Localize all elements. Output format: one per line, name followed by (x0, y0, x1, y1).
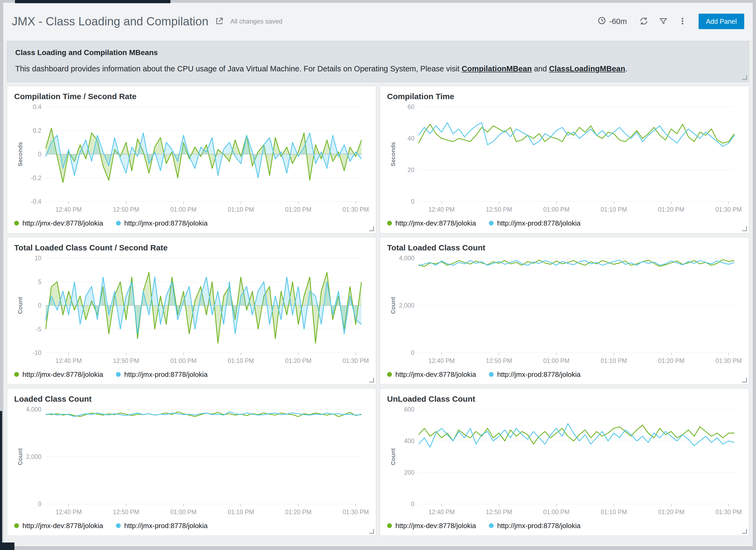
svg-text:01:10 PM: 01:10 PM (601, 206, 627, 213)
legend-item-prod[interactable]: http://jmx-prod:8778/jolokia (489, 219, 580, 227)
legend-item-dev[interactable]: http://jmx-dev:8778/jolokia (387, 371, 476, 379)
series-color-dot (116, 523, 121, 528)
series-color-dot (14, 372, 19, 377)
legend-item-prod[interactable]: http://jmx-prod:8778/jolokia (116, 522, 208, 530)
svg-text:12:40 PM: 12:40 PM (56, 357, 82, 364)
svg-text:0: 0 (38, 302, 41, 309)
svg-text:01:30 PM: 01:30 PM (715, 509, 742, 516)
svg-text:600: 600 (404, 406, 414, 413)
legend-item-dev[interactable]: http://jmx-dev:8778/jolokia (387, 219, 476, 227)
panel-title: Total Loaded Class Count / Second Rate (14, 243, 369, 252)
chart-legend: http://jmx-dev:8778/jolokia http://jmx-p… (14, 367, 369, 382)
svg-text:5: 5 (38, 279, 41, 286)
line-chart[interactable]: -10-5051012:40 PM12:50 PM01:00 PM01:10 P… (14, 253, 369, 367)
filter-funnel-icon (659, 17, 668, 26)
svg-text:400: 400 (404, 438, 414, 445)
resize-handle[interactable] (742, 529, 747, 534)
svg-text:Seconds: Seconds (17, 142, 24, 166)
svg-text:01:00 PM: 01:00 PM (543, 206, 570, 213)
line-chart[interactable]: -0.4-0.200.20.412:40 PM12:50 PM01:00 PM0… (14, 102, 369, 216)
banner-heading: Class Loading and Compilation MBeans (15, 48, 741, 57)
svg-text:01:10 PM: 01:10 PM (228, 206, 254, 213)
panel-total-loaded-rate: Total Loaded Class Count / Second Rate -… (7, 237, 376, 385)
filter-button[interactable] (659, 17, 668, 26)
svg-text:12:50 PM: 12:50 PM (113, 357, 139, 364)
svg-text:01:20 PM: 01:20 PM (658, 509, 684, 516)
more-options-button[interactable] (678, 17, 687, 26)
svg-text:12:40 PM: 12:40 PM (428, 357, 455, 364)
refresh-button[interactable] (639, 17, 648, 26)
resize-handle[interactable] (369, 529, 374, 534)
line-chart[interactable]: 020406012:40 PM12:50 PM01:00 PM01:10 PM0… (387, 102, 742, 216)
banner-text-after: . (625, 64, 627, 73)
series-color-dot (387, 523, 392, 528)
line-chart[interactable]: 02,0004,00012:40 PM12:50 PM01:00 PM01:10… (14, 405, 369, 518)
series-color-dot (387, 372, 392, 377)
svg-text:12:50 PM: 12:50 PM (113, 509, 139, 516)
svg-text:01:20 PM: 01:20 PM (658, 357, 684, 364)
chart-legend: http://jmx-dev:8778/jolokia http://jmx-p… (14, 518, 369, 533)
panel-compilation-time: Compilation Time 020406012:40 PM12:50 PM… (380, 86, 749, 233)
refresh-icon (639, 17, 648, 26)
svg-text:2,000: 2,000 (399, 302, 414, 309)
series-color-dot (116, 221, 121, 225)
legend-item-dev[interactable]: http://jmx-dev:8778/jolokia (14, 219, 103, 227)
app-edge-artifact-bottom (0, 543, 14, 550)
legend-item-dev[interactable]: http://jmx-dev:8778/jolokia (14, 522, 103, 530)
svg-text:01:30 PM: 01:30 PM (715, 206, 742, 213)
share-dashboard-button[interactable] (215, 17, 224, 26)
svg-text:01:30 PM: 01:30 PM (715, 357, 742, 364)
svg-text:4,000: 4,000 (399, 255, 414, 261)
svg-text:Count: Count (390, 297, 396, 314)
svg-text:0.2: 0.2 (33, 127, 41, 134)
panel-total-loaded: Total Loaded Class Count 02,0004,00012:4… (380, 237, 749, 385)
legend-item-prod[interactable]: http://jmx-prod:8778/jolokia (489, 522, 580, 530)
svg-text:Count: Count (17, 448, 24, 465)
kebab-menu-icon (678, 17, 687, 26)
legend-item-dev[interactable]: http://jmx-dev:8778/jolokia (387, 522, 476, 530)
svg-text:40: 40 (407, 135, 414, 142)
legend-item-dev[interactable]: http://jmx-dev:8778/jolokia (14, 371, 103, 379)
resize-handle[interactable] (742, 226, 747, 231)
time-range-button[interactable]: -60m (596, 16, 629, 27)
top-bar: JMX - Class Loading and Compilation All … (3, 3, 753, 40)
resize-handle[interactable] (742, 378, 747, 383)
legend-label: http://jmx-prod:8778/jolokia (497, 522, 580, 530)
svg-text:01:10 PM: 01:10 PM (601, 509, 627, 516)
compilation-mbean-link[interactable]: CompilationMBean (462, 64, 532, 73)
svg-text:-0.2: -0.2 (31, 174, 41, 181)
classloading-mbean-link[interactable]: ClassLoadingMBean (549, 64, 625, 73)
legend-item-prod[interactable]: http://jmx-prod:8778/jolokia (116, 219, 208, 227)
panel-title: Compilation Time / Second Rate (14, 92, 369, 101)
line-chart[interactable]: 02,0004,00012:40 PM12:50 PM01:00 PM01:10… (387, 253, 742, 367)
chart-legend: http://jmx-dev:8778/jolokia http://jmx-p… (14, 216, 369, 230)
chart-legend: http://jmx-dev:8778/jolokia http://jmx-p… (387, 367, 742, 382)
legend-label: http://jmx-dev:8778/jolokia (395, 522, 476, 530)
panel-title: Compilation Time (387, 92, 742, 101)
svg-text:01:30 PM: 01:30 PM (342, 206, 369, 213)
svg-text:0: 0 (38, 501, 41, 508)
banner-text: This dashboard provides information abou… (15, 64, 741, 73)
svg-text:01:00 PM: 01:00 PM (170, 509, 197, 516)
add-panel-button[interactable]: Add Panel (699, 14, 744, 29)
resize-handle[interactable] (742, 75, 747, 80)
legend-item-prod[interactable]: http://jmx-prod:8778/jolokia (116, 371, 208, 379)
svg-text:12:40 PM: 12:40 PM (428, 509, 455, 516)
series-color-dot (489, 221, 494, 225)
panel-compilation-time-rate: Compilation Time / Second Rate -0.4-0.20… (7, 86, 376, 233)
legend-label: http://jmx-prod:8778/jolokia (497, 371, 580, 379)
svg-text:01:20 PM: 01:20 PM (285, 509, 311, 516)
line-chart[interactable]: 020040060012:40 PM12:50 PM01:00 PM01:10 … (387, 405, 742, 518)
legend-label: http://jmx-dev:8778/jolokia (395, 371, 476, 379)
resize-handle[interactable] (369, 378, 374, 383)
app-edge-artifact-top (15, 0, 170, 3)
resize-handle[interactable] (369, 226, 374, 231)
svg-text:20: 20 (407, 166, 414, 173)
legend-item-prod[interactable]: http://jmx-prod:8778/jolokia (489, 371, 580, 379)
svg-text:12:40 PM: 12:40 PM (56, 509, 82, 516)
svg-text:01:10 PM: 01:10 PM (601, 357, 627, 364)
app-edge-artifact-left (0, 411, 2, 550)
series-color-dot (489, 372, 494, 377)
panel-unloaded-class-count: UnLoaded Class Count 020040060012:40 PM1… (380, 388, 749, 536)
svg-text:12:50 PM: 12:50 PM (486, 206, 512, 213)
